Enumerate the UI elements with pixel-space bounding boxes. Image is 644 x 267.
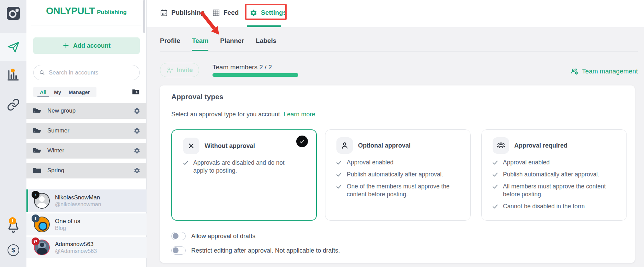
check-icon — [336, 171, 342, 178]
option-bullet: One of the members must approve the cont… — [336, 183, 452, 198]
add-account-button[interactable]: Add account — [33, 37, 140, 54]
tiktok-note-glyph: ♪ — [34, 192, 37, 197]
people-icon — [493, 137, 509, 154]
team-management-label: Team management — [582, 68, 638, 75]
allow-drafts-toggle[interactable] — [171, 232, 186, 240]
sidebar-item-analytics[interactable] — [0, 66, 26, 84]
group-row[interactable]: Winter — [26, 143, 147, 159]
person-icon — [336, 137, 353, 154]
option-title: Without approval — [205, 142, 255, 150]
option-bullet: Approval enabled — [336, 159, 452, 166]
x-icon — [183, 138, 199, 154]
dollar-icon: $ — [8, 244, 19, 256]
sidebar-item-links[interactable] — [0, 96, 26, 113]
toggle-label: Restrict editing after approval. Not app… — [191, 247, 340, 254]
folder-open-icon — [33, 126, 42, 135]
check-icon — [492, 203, 498, 210]
toggle-label: Allow approval of drafts — [191, 233, 255, 240]
nav-feed-label: Feed — [223, 9, 239, 16]
search-input[interactable] — [49, 69, 134, 76]
learn-more-link[interactable]: Learn more — [284, 111, 315, 118]
pinterest-badge-icon: P — [32, 237, 39, 245]
team-management-link[interactable]: Team management — [571, 67, 638, 76]
search-icon — [39, 69, 45, 76]
add-folder-icon[interactable] — [131, 88, 140, 96]
nav-feed[interactable]: Feed — [212, 0, 239, 25]
group-settings-gear-icon[interactable] — [134, 107, 140, 114]
option-bullet: Approval enabled — [492, 159, 609, 166]
sidebar-item-notifications[interactable]: 1 — [0, 218, 26, 236]
team-members-count: Team members 2 / 2 — [212, 63, 272, 71]
nav-publishing[interactable]: Publishing — [160, 0, 205, 25]
logo-text: ONLYPULT — [46, 5, 95, 16]
group-row[interactable]: Summer — [26, 123, 147, 139]
tab-planner[interactable]: Planner — [220, 37, 244, 47]
gear-icon — [250, 9, 257, 17]
notification-count-badge: 1 — [9, 217, 16, 224]
group-settings-gear-icon[interactable] — [134, 167, 140, 174]
check-icon — [336, 159, 342, 166]
settings-active-underline — [247, 25, 281, 27]
onlypult-logo[interactable]: ONLYPULTPublishing — [26, 5, 146, 16]
person-plus-icon — [166, 67, 173, 74]
account-handle: Blog — [55, 225, 80, 232]
account-name: Adamsnow563 — [55, 241, 97, 248]
check-icon — [492, 159, 498, 166]
group-settings-gear-icon[interactable] — [134, 127, 140, 134]
sidebar-item-publishing[interactable] — [0, 33, 26, 61]
nav-settings-label: Settings — [261, 9, 287, 16]
team-management-icon — [571, 67, 579, 76]
approval-types-card: Approval types Select an approval type f… — [160, 85, 635, 263]
check-icon — [299, 138, 305, 144]
filter-tab-my[interactable]: My — [50, 87, 65, 97]
team-members-progress-bar — [212, 73, 298, 77]
account-row[interactable]: t One of us Blog — [26, 213, 147, 235]
option-title: Approval required — [514, 142, 567, 149]
sidebar-scrollbar[interactable] — [143, 0, 145, 33]
option-bullet: All members must approve the content bef… — [492, 183, 609, 198]
card-title: Approval types — [171, 93, 223, 101]
selected-check-badge — [296, 136, 308, 147]
check-icon — [492, 183, 498, 190]
sidebar-divider — [31, 25, 141, 25]
approval-option-required[interactable]: Approval required Approval enabled Publi… — [481, 129, 627, 221]
folder-closed-icon — [33, 166, 42, 175]
pinterest-p-glyph: P — [34, 239, 37, 244]
icon-rail: 1 $ — [0, 0, 26, 267]
account-row[interactable]: P Adamsnow563 @Adamsnow563 — [26, 237, 147, 258]
option-title: Optional approval — [358, 142, 411, 149]
tabs-divider — [160, 51, 638, 52]
group-row[interactable]: Spring — [26, 163, 147, 178]
group-label: New group — [47, 107, 76, 114]
option-bullet: Publish automatically after approval. — [492, 171, 609, 178]
calendar-icon — [160, 9, 168, 17]
group-label: Winter — [47, 147, 64, 154]
check-icon — [182, 160, 189, 166]
subtitle-text: Select an approval type for you account. — [171, 111, 281, 118]
nav-settings[interactable]: Settings — [250, 0, 287, 25]
invite-button[interactable]: Invite — [160, 63, 199, 77]
sidebar-item-billing[interactable]: $ — [0, 242, 26, 259]
check-icon — [336, 183, 342, 190]
card-subtitle: Select an approval type for you account.… — [171, 111, 315, 118]
approval-option-without[interactable]: Without approval Approvals are disabled … — [171, 129, 317, 221]
option-bullet: Approvals are disabled and do not apply … — [182, 159, 299, 175]
dollar-glyph: $ — [11, 246, 15, 254]
plus-icon — [62, 42, 69, 49]
group-row[interactable]: New group — [26, 103, 147, 119]
logo-suffix: Publishing — [97, 9, 127, 15]
filter-tab-manager[interactable]: Manager — [65, 87, 94, 97]
filter-tab-all[interactable]: All — [36, 87, 50, 97]
group-settings-gear-icon[interactable] — [134, 147, 140, 154]
account-handle: @nikolassnowman — [55, 201, 101, 208]
tab-labels[interactable]: Labels — [256, 37, 276, 47]
tab-team[interactable]: Team — [192, 37, 208, 47]
instagram-camera-icon[interactable] — [0, 3, 26, 24]
restrict-editing-toggle[interactable] — [171, 246, 186, 255]
onlypult-app: 1 $ ONLYPULTPublishing Add account — [0, 0, 644, 267]
tab-profile[interactable]: Profile — [160, 37, 180, 47]
tumblr-badge-icon: t — [32, 214, 39, 222]
camera-icon — [5, 5, 22, 22]
approval-option-optional[interactable]: Optional approval Approval enabled Publi… — [325, 129, 471, 221]
account-row-selected[interactable]: ♪ NikolasSnowMan @nikolassnowman — [26, 189, 147, 212]
